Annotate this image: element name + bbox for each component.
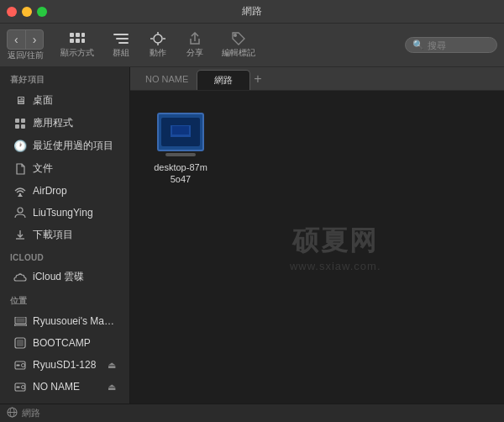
svg-rect-1 bbox=[76, 33, 80, 37]
minimize-button[interactable] bbox=[22, 7, 32, 17]
svg-rect-5 bbox=[81, 39, 85, 43]
svg-point-9 bbox=[154, 34, 162, 43]
group-button[interactable]: 群組 bbox=[104, 29, 138, 61]
edit-tags-icon bbox=[231, 31, 246, 46]
svg-rect-25 bbox=[17, 340, 24, 346]
action-label: 動作 bbox=[150, 47, 166, 59]
edit-tags-button[interactable]: 編輯標記 bbox=[215, 29, 262, 61]
applications-icon bbox=[13, 117, 27, 130]
close-button[interactable] bbox=[7, 7, 17, 17]
svg-rect-43 bbox=[172, 126, 189, 135]
svg-rect-8 bbox=[118, 42, 129, 44]
recent-icon: 🕐 bbox=[13, 140, 27, 153]
group-icon bbox=[113, 31, 129, 46]
svg-rect-31 bbox=[17, 386, 20, 388]
computer-screen bbox=[161, 118, 200, 146]
ryuusd1-icon bbox=[13, 358, 27, 372]
sidebar-item-bootcamp[interactable]: BOOTCAMP bbox=[3, 333, 126, 353]
sidebar-item-ryuusd1[interactable]: RyuuSD1-128 ⏏ bbox=[3, 355, 126, 375]
status-bar-text: 網路 bbox=[22, 407, 40, 419]
sidebar-item-documents[interactable]: 文件 bbox=[3, 158, 126, 179]
sidebar-item-liutsungying[interactable]: LiuTsungYing bbox=[3, 203, 126, 223]
svg-rect-6 bbox=[113, 34, 129, 35]
window-title: 網路 bbox=[242, 4, 262, 18]
title-bar: 網路 bbox=[0, 0, 504, 24]
sidebar-item-label: 桌面 bbox=[33, 93, 116, 108]
sidebar-item-label: 應用程式 bbox=[33, 116, 116, 130]
svg-rect-17 bbox=[21, 119, 25, 123]
tab-network[interactable]: 網路 bbox=[197, 70, 250, 90]
main-area: 喜好項目 🖥 桌面 應用程式 🕐 最近使用過的項目 bbox=[0, 67, 504, 404]
svg-rect-16 bbox=[15, 119, 19, 123]
sidebar-item-label: NO NAME bbox=[33, 381, 102, 393]
share-icon bbox=[187, 31, 202, 46]
sidebar-item-label: 文件 bbox=[33, 161, 116, 176]
svg-rect-18 bbox=[15, 124, 19, 129]
share-button[interactable]: 分享 bbox=[178, 29, 212, 61]
forward-button[interactable]: › bbox=[26, 30, 44, 49]
sidebar-item-label: BOOTCAMP bbox=[33, 337, 116, 349]
action-button[interactable]: 動作 bbox=[141, 29, 175, 61]
sidebar-item-label: LiuTsungYing bbox=[33, 207, 116, 219]
sidebar-item-icloud-drive[interactable]: iCloud 雲碟 bbox=[3, 266, 126, 287]
eject-icon[interactable]: ⏏ bbox=[108, 360, 116, 371]
eject-icon[interactable]: ⏏ bbox=[108, 382, 116, 393]
downloads-icon bbox=[13, 229, 27, 242]
documents-icon bbox=[13, 162, 27, 176]
noname-icon bbox=[13, 380, 27, 393]
bootcamp-icon bbox=[13, 336, 27, 350]
sidebar-section-icloud: iCloud bbox=[0, 246, 129, 266]
maximize-button[interactable] bbox=[37, 7, 47, 17]
sidebar-item-desktop[interactable]: 🖥 桌面 bbox=[3, 90, 126, 111]
sidebar-item-label: RyuuSD1-128 bbox=[33, 359, 102, 371]
sidebar-item-applications[interactable]: 應用程式 bbox=[3, 113, 126, 134]
action-icon bbox=[150, 31, 165, 46]
status-network-icon bbox=[7, 406, 18, 421]
watermark-line1: 硕夏网 bbox=[290, 223, 381, 260]
sidebar: 喜好項目 🖥 桌面 應用程式 🕐 最近使用過的項目 bbox=[0, 67, 130, 404]
airdrop-icon bbox=[13, 184, 27, 198]
sidebar-item-airdrop[interactable]: AirDrop bbox=[3, 181, 126, 201]
sidebar-item-macbook[interactable]: Ryuusouei's MacBoo... bbox=[3, 311, 126, 331]
nav-button-group[interactable]: ‹ › 返回/往前 bbox=[7, 29, 44, 61]
back-button[interactable]: ‹ bbox=[8, 30, 26, 49]
svg-point-20 bbox=[19, 193, 21, 195]
svg-point-27 bbox=[22, 363, 25, 367]
nav-label: 返回/往前 bbox=[8, 50, 44, 61]
content-area: NO NAME 網路 + 硕夏网 www.sxiaw.com. bbox=[130, 67, 504, 404]
svg-rect-7 bbox=[116, 38, 129, 40]
file-item-label: desktop-87m5o47 bbox=[154, 161, 207, 186]
svg-rect-28 bbox=[17, 364, 20, 366]
sidebar-item-recent[interactable]: 🕐 最近使用過的項目 bbox=[3, 135, 126, 156]
file-item-computer[interactable]: desktop-87m5o47 bbox=[147, 108, 214, 191]
search-bar[interactable]: 🔍 bbox=[405, 37, 497, 53]
sidebar-item-label: 最近使用過的項目 bbox=[33, 139, 116, 153]
svg-point-30 bbox=[22, 385, 25, 388]
svg-rect-19 bbox=[21, 124, 25, 129]
sidebar-section-locations: 位置 bbox=[0, 288, 129, 310]
computer-icon bbox=[157, 113, 204, 151]
watermark-line2: www.sxiaw.com. bbox=[290, 260, 381, 272]
sidebar-item-label: 下載項目 bbox=[33, 228, 116, 242]
sidebar-item-label: AirDrop bbox=[33, 185, 116, 197]
svg-rect-4 bbox=[76, 39, 80, 43]
sidebar-section-favorites: 喜好項目 bbox=[0, 67, 129, 89]
search-input[interactable] bbox=[428, 40, 495, 50]
user-icon bbox=[13, 206, 27, 219]
svg-rect-0 bbox=[70, 33, 74, 37]
icloud-icon bbox=[13, 271, 27, 284]
traffic-lights bbox=[7, 7, 47, 17]
tab-add-button[interactable]: + bbox=[254, 72, 261, 86]
desktop-icon: 🖥 bbox=[13, 94, 27, 108]
sidebar-item-downloads[interactable]: 下載項目 bbox=[3, 224, 126, 245]
svg-point-15 bbox=[234, 34, 237, 37]
tab-left-label: NO NAME bbox=[137, 74, 197, 84]
share-label: 分享 bbox=[186, 47, 203, 59]
edit-tags-label: 編輯標記 bbox=[222, 47, 255, 59]
view-mode-button[interactable]: 顯示方式 bbox=[54, 29, 101, 61]
svg-rect-23 bbox=[16, 318, 24, 322]
sidebar-item-noname[interactable]: NO NAME ⏏ bbox=[3, 377, 126, 397]
macbook-icon bbox=[13, 314, 27, 328]
svg-rect-3 bbox=[70, 39, 74, 43]
svg-rect-2 bbox=[81, 33, 85, 37]
